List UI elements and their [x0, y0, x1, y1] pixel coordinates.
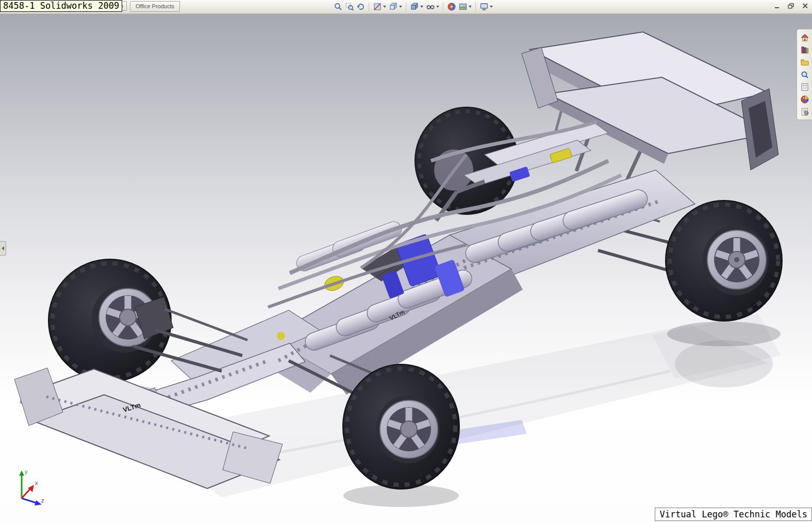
solidworks-resources-icon[interactable]: [800, 32, 809, 42]
restore-button[interactable]: [787, 3, 795, 9]
dropdown-arrow-icon[interactable]: [469, 6, 472, 8]
dropdown-arrow-icon[interactable]: [399, 6, 402, 8]
window-controls: [773, 3, 809, 9]
custom-properties-icon[interactable]: [800, 107, 809, 116]
coordinate-triad: x y z: [10, 466, 47, 508]
design-library-icon[interactable]: [800, 45, 809, 55]
graphics-viewport[interactable]: VLTm VLTm x y z Virtual Lego® Technic Mo…: [0, 13, 812, 522]
tab-office-products[interactable]: Office Products: [130, 1, 180, 12]
toolbar-separator: [443, 3, 443, 11]
filename-tooltip: 8458-1 Solidworks 2009: [0, 0, 122, 12]
previous-view-icon[interactable]: [355, 2, 366, 12]
hide-show-items-icon[interactable]: [425, 2, 436, 12]
view-orientation-icon[interactable]: [388, 2, 399, 12]
collapse-panel-arrow-button[interactable]: [0, 241, 6, 256]
file-explorer-icon[interactable]: [800, 57, 809, 67]
display-style-icon[interactable]: [409, 2, 420, 12]
zoom-fit-icon[interactable]: [333, 2, 343, 12]
triad-z-label: z: [41, 497, 44, 503]
appearances-scenes-icon[interactable]: [800, 94, 809, 104]
apply-scene-icon[interactable]: [457, 2, 468, 12]
toolbar-separator: [369, 3, 369, 11]
triad-y-label: y: [25, 468, 28, 475]
edit-appearance-icon[interactable]: [446, 2, 457, 12]
minimize-button[interactable]: [773, 3, 781, 9]
dropdown-arrow-icon[interactable]: [490, 6, 493, 8]
dropdown-arrow-icon[interactable]: [420, 6, 423, 8]
view-palette-icon[interactable]: [800, 82, 809, 92]
task-pane-toolbar: [797, 29, 812, 120]
view-settings-icon[interactable]: [478, 2, 489, 12]
search-icon[interactable]: [800, 70, 809, 79]
zoom-area-icon[interactable]: [344, 2, 355, 12]
toolbar-separator: [406, 3, 406, 11]
toolbar-separator: [475, 3, 476, 11]
chevron-left-icon: [2, 246, 4, 250]
triad-x-label: x: [35, 480, 38, 486]
dropdown-arrow-icon[interactable]: [436, 6, 439, 8]
wheel-front-right[interactable]: [343, 364, 459, 489]
heads-up-view-toolbar: [333, 2, 494, 12]
dropdown-arrow-icon[interactable]: [383, 6, 386, 8]
lego-f1-model[interactable]: VLTm VLTm: [0, 13, 812, 522]
section-view-icon[interactable]: [372, 2, 383, 12]
watermark-label: Virtual Lego® Technic Models: [655, 508, 812, 521]
close-button[interactable]: [801, 3, 809, 9]
wheel-rear-right[interactable]: [666, 200, 782, 321]
